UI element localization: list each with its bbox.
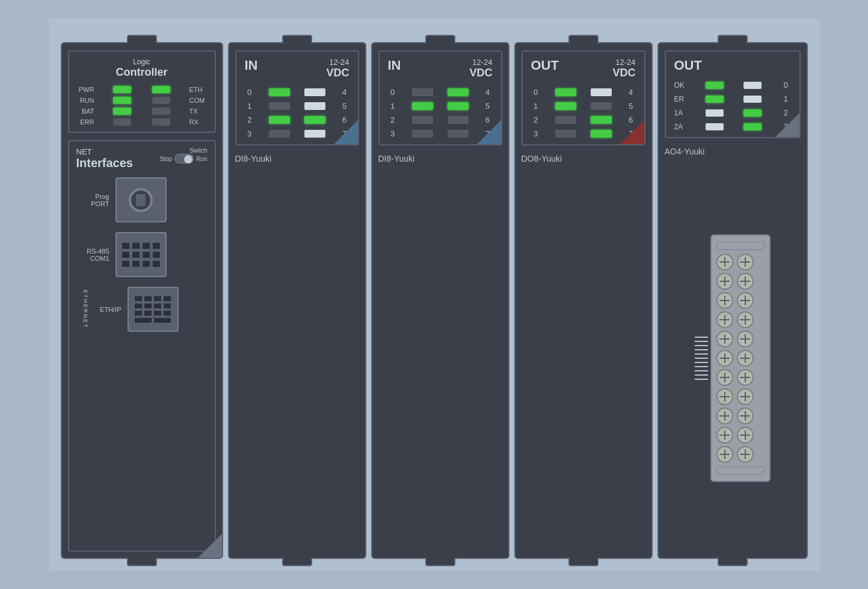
ch3-led [555,130,576,138]
top-tab [127,35,157,43]
screw-3 [716,292,733,309]
ao4-top: OUT OK 0 ER 1 1A 2 [665,50,801,138]
1a-led-right [743,109,762,117]
lc-title: Logic Controller [76,58,208,79]
ok-led-left [706,82,724,89]
net-title: NET Interfaces [76,147,134,170]
ao4-channels: OK 0 ER 1 1A 2 2A [674,81,791,131]
rs485-port-icon [115,232,167,277]
net-label: NET [76,147,134,156]
switch-row[interactable]: Stop Run [160,154,208,163]
ch7-led [591,130,612,138]
ch-1: 1 5 [245,102,349,111]
corner-triangle [620,120,644,144]
wire-4 [695,349,708,350]
ch2-led [555,116,576,124]
ch-0: 0 4 [388,88,493,97]
lc-controller-label: Controller [76,66,208,79]
bottom-tab [127,558,157,566]
terminal-area [659,159,807,558]
ch2-led [412,116,433,124]
corner-triangle [334,120,358,144]
prog-port-center [136,194,146,206]
screw-4 [716,311,733,328]
ch0-led-left [269,88,290,96]
wire-6 [695,358,708,359]
led-row-err: ERR RX [76,118,208,126]
rs485-label: RS-485COM1 [82,248,109,262]
interfaces-label: Interfaces [76,156,134,170]
ch7-led-right [304,130,325,138]
screw-16 [737,331,754,347]
ch3-led [412,130,433,138]
eth-label: ETH [189,86,207,93]
eth-label: ETHERNET [82,290,88,329]
pwr-led [113,86,131,93]
lc-net-section: NET Interfaces Switch Stop Run [68,140,216,552]
wire-1 [695,337,708,338]
switch-title: Switch [160,147,208,154]
ch3-led-left [269,130,290,138]
ao-ch-2a: 2A 3 [674,122,791,131]
screw-20 [737,407,754,424]
terminal-handle-bottom [716,466,765,475]
screw-10 [716,427,733,444]
terminal-assembly [695,234,771,482]
di8-2-header: IN 12-24 VDC [388,58,493,79]
tx-led [152,108,170,115]
lc-logic-label: Logic [76,58,208,66]
ao-ch-1a: 1A 2 [674,108,791,117]
ch6-led [448,116,469,124]
bottom-tab [425,558,455,566]
err-led [113,118,131,126]
wire-3 [695,345,708,346]
ch1-led [412,102,433,110]
eth-port-icon [128,287,179,332]
wire-10 [695,374,708,376]
ch4-led [448,88,469,96]
prog-port-icon [115,177,167,222]
1a-led-left [706,109,724,117]
ao4-name: AO4-Yuuki [665,147,801,156]
com-led [152,97,170,104]
wire-5 [695,353,708,355]
screw-6 [716,350,733,367]
ch4-led [591,88,612,96]
screw-8 [716,388,733,405]
ch-1: 1 5 [531,102,636,111]
terminal-handle-top [716,242,765,250]
ch0-led [412,88,433,96]
prog-port-item: ProgPORT [82,177,167,222]
do8-name: DO8-Yuuki [522,154,645,163]
ao4-module: OUT OK 0 ER 1 1A 2 [657,42,808,559]
led-row-bat: BAT TX [76,108,208,115]
screw-21 [737,427,754,444]
bottom-tab [282,558,312,566]
di8-1-type: IN [245,58,258,73]
bottom-tab [718,558,748,566]
switch-body[interactable] [174,154,194,163]
screw-18 [737,369,754,386]
bat-led [113,108,131,115]
lc-leds: PWR ETH RUN COM BAT TX [76,86,208,126]
port-container: ProgPORT RS-485COM1 [76,177,208,332]
terminal-col-2 [737,254,754,463]
bat-label: BAT [76,108,94,115]
ch1-led [555,102,576,110]
rack: Logic Controller PWR ETH RUN COM BAT [49,18,820,571]
rs485-port-item: RS-485COM1 [82,232,167,277]
logic-controller-module: Logic Controller PWR ETH RUN COM BAT [61,42,223,559]
prog-port-inner [129,188,153,212]
terminal-columns [716,254,765,463]
di8-1-top: IN 12-24 VDC 0 4 1 5 [235,50,359,145]
screw-12 [737,254,754,270]
di8-2-type: IN [388,58,401,73]
ao4-type: OUT [674,58,791,73]
wire-7 [695,362,708,363]
screw-13 [737,273,754,290]
wire-11 [695,379,708,380]
ch-0: 0 4 [245,88,349,97]
terminal-col-1 [716,254,733,463]
do8-top: OUT 12-24 VDC 0 4 1 5 [522,50,645,145]
corner-triangle [198,534,222,558]
